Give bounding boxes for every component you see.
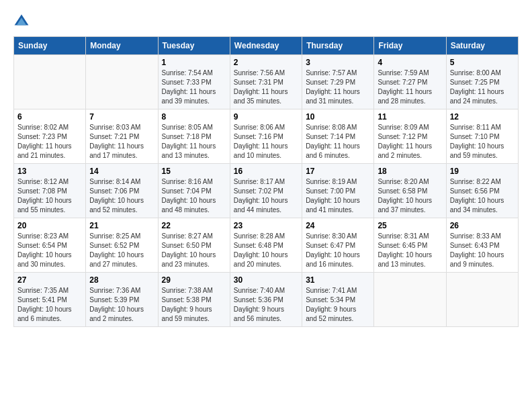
day-number: 27	[17, 275, 82, 285]
day-info: Sunrise: 8:03 AM Sunset: 7:21 PM Dayligh…	[89, 123, 154, 161]
day-info: Sunrise: 8:30 AM Sunset: 6:47 PM Dayligh…	[306, 232, 370, 269]
calendar-cell: 10Sunrise: 8:08 AM Sunset: 7:14 PM Dayli…	[302, 109, 374, 164]
calendar-cell: 14Sunrise: 8:14 AM Sunset: 7:06 PM Dayli…	[86, 164, 158, 218]
day-number: 22	[162, 221, 226, 230]
calendar-week-5: 27Sunrise: 7:35 AM Sunset: 5:41 PM Dayli…	[14, 273, 519, 327]
calendar-cell: 9Sunrise: 8:06 AM Sunset: 7:16 PM Daylig…	[230, 109, 302, 164]
calendar-cell: 31Sunrise: 7:41 AM Sunset: 5:34 PM Dayli…	[302, 273, 374, 327]
day-info: Sunrise: 7:35 AM Sunset: 5:41 PM Dayligh…	[17, 286, 82, 324]
day-number: 19	[450, 167, 515, 176]
calendar-cell: 25Sunrise: 8:31 AM Sunset: 6:45 PM Dayli…	[374, 218, 446, 273]
weekday-header-row: SundayMondayTuesdayWednesdayThursdayFrid…	[14, 37, 519, 55]
calendar-cell: 20Sunrise: 8:23 AM Sunset: 6:54 PM Dayli…	[14, 218, 86, 273]
day-info: Sunrise: 8:25 AM Sunset: 6:52 PM Dayligh…	[89, 232, 154, 269]
day-number: 26	[450, 221, 515, 230]
calendar-cell: 13Sunrise: 8:12 AM Sunset: 7:08 PM Dayli…	[14, 164, 86, 218]
day-info: Sunrise: 8:16 AM Sunset: 7:04 PM Dayligh…	[162, 177, 226, 215]
day-info: Sunrise: 7:59 AM Sunset: 7:27 PM Dayligh…	[378, 68, 442, 106]
weekday-header-tuesday: Tuesday	[158, 37, 230, 55]
logo-icon	[13, 13, 30, 30]
calendar-cell: 21Sunrise: 8:25 AM Sunset: 6:52 PM Dayli…	[86, 218, 158, 273]
day-number: 10	[306, 112, 370, 122]
weekday-header-monday: Monday	[86, 37, 158, 55]
day-number: 5	[450, 58, 515, 67]
page-header	[13, 13, 519, 30]
weekday-header-friday: Friday	[374, 37, 446, 55]
calendar-cell: 1Sunrise: 7:54 AM Sunset: 7:33 PM Daylig…	[158, 55, 230, 109]
day-info: Sunrise: 8:06 AM Sunset: 7:16 PM Dayligh…	[234, 123, 298, 161]
day-number: 12	[450, 112, 515, 122]
calendar-table: SundayMondayTuesdayWednesdayThursdayFrid…	[13, 36, 519, 327]
day-info: Sunrise: 8:17 AM Sunset: 7:02 PM Dayligh…	[234, 177, 298, 215]
day-number: 31	[306, 275, 370, 285]
day-info: Sunrise: 8:12 AM Sunset: 7:08 PM Dayligh…	[17, 177, 82, 215]
calendar-cell: 11Sunrise: 8:09 AM Sunset: 7:12 PM Dayli…	[374, 109, 446, 164]
day-info: Sunrise: 8:19 AM Sunset: 7:00 PM Dayligh…	[306, 177, 370, 215]
day-number: 24	[306, 221, 370, 230]
calendar-cell: 29Sunrise: 7:38 AM Sunset: 5:38 PM Dayli…	[158, 273, 230, 327]
day-number: 17	[306, 167, 370, 176]
calendar-cell: 2Sunrise: 7:56 AM Sunset: 7:31 PM Daylig…	[230, 55, 302, 109]
calendar-header: SundayMondayTuesdayWednesdayThursdayFrid…	[14, 37, 519, 55]
day-number: 9	[234, 112, 298, 122]
day-number: 20	[17, 221, 82, 230]
day-number: 28	[89, 275, 154, 285]
calendar-cell: 24Sunrise: 8:30 AM Sunset: 6:47 PM Dayli…	[302, 218, 374, 273]
day-number: 7	[89, 112, 154, 122]
calendar-cell: 16Sunrise: 8:17 AM Sunset: 7:02 PM Dayli…	[230, 164, 302, 218]
day-info: Sunrise: 8:27 AM Sunset: 6:50 PM Dayligh…	[162, 232, 226, 269]
calendar-cell: 26Sunrise: 8:33 AM Sunset: 6:43 PM Dayli…	[446, 218, 518, 273]
day-number: 4	[378, 58, 442, 67]
calendar-cell	[14, 55, 86, 109]
day-number: 16	[234, 167, 298, 176]
day-number: 15	[162, 167, 226, 176]
calendar-cell: 12Sunrise: 8:11 AM Sunset: 7:10 PM Dayli…	[446, 109, 518, 164]
day-number: 29	[162, 275, 226, 285]
day-info: Sunrise: 7:57 AM Sunset: 7:29 PM Dayligh…	[306, 68, 370, 106]
day-info: Sunrise: 8:33 AM Sunset: 6:43 PM Dayligh…	[450, 232, 515, 269]
calendar-cell: 22Sunrise: 8:27 AM Sunset: 6:50 PM Dayli…	[158, 218, 230, 273]
calendar-cell: 27Sunrise: 7:35 AM Sunset: 5:41 PM Dayli…	[14, 273, 86, 327]
day-info: Sunrise: 8:11 AM Sunset: 7:10 PM Dayligh…	[450, 123, 515, 161]
calendar-body: 1Sunrise: 7:54 AM Sunset: 7:33 PM Daylig…	[14, 55, 519, 327]
day-info: Sunrise: 8:20 AM Sunset: 6:58 PM Dayligh…	[378, 177, 442, 215]
weekday-header-thursday: Thursday	[302, 37, 374, 55]
day-number: 1	[162, 58, 226, 67]
day-number: 14	[89, 167, 154, 176]
day-info: Sunrise: 7:54 AM Sunset: 7:33 PM Dayligh…	[162, 68, 226, 106]
calendar-cell: 3Sunrise: 7:57 AM Sunset: 7:29 PM Daylig…	[302, 55, 374, 109]
calendar-cell: 28Sunrise: 7:36 AM Sunset: 5:39 PM Dayli…	[86, 273, 158, 327]
day-number: 6	[17, 112, 82, 122]
day-info: Sunrise: 8:22 AM Sunset: 6:56 PM Dayligh…	[450, 177, 515, 215]
day-number: 18	[378, 167, 442, 176]
day-number: 3	[306, 58, 370, 67]
calendar-week-2: 6Sunrise: 8:02 AM Sunset: 7:23 PM Daylig…	[14, 109, 519, 164]
calendar-cell: 5Sunrise: 8:00 AM Sunset: 7:25 PM Daylig…	[446, 55, 518, 109]
calendar-cell: 17Sunrise: 8:19 AM Sunset: 7:00 PM Dayli…	[302, 164, 374, 218]
day-info: Sunrise: 7:36 AM Sunset: 5:39 PM Dayligh…	[89, 286, 154, 324]
day-info: Sunrise: 8:28 AM Sunset: 6:48 PM Dayligh…	[234, 232, 298, 269]
calendar-cell: 30Sunrise: 7:40 AM Sunset: 5:36 PM Dayli…	[230, 273, 302, 327]
day-number: 13	[17, 167, 82, 176]
logo	[13, 13, 32, 30]
day-number: 23	[234, 221, 298, 230]
weekday-header-sunday: Sunday	[14, 37, 86, 55]
calendar-cell: 15Sunrise: 8:16 AM Sunset: 7:04 PM Dayli…	[158, 164, 230, 218]
day-info: Sunrise: 7:41 AM Sunset: 5:34 PM Dayligh…	[306, 286, 370, 324]
calendar-cell: 18Sunrise: 8:20 AM Sunset: 6:58 PM Dayli…	[374, 164, 446, 218]
calendar-cell: 8Sunrise: 8:05 AM Sunset: 7:18 PM Daylig…	[158, 109, 230, 164]
day-info: Sunrise: 8:14 AM Sunset: 7:06 PM Dayligh…	[89, 177, 154, 215]
calendar-cell	[374, 273, 446, 327]
day-number: 11	[378, 112, 442, 122]
day-number: 21	[89, 221, 154, 230]
calendar-cell: 7Sunrise: 8:03 AM Sunset: 7:21 PM Daylig…	[86, 109, 158, 164]
calendar-week-1: 1Sunrise: 7:54 AM Sunset: 7:33 PM Daylig…	[14, 55, 519, 109]
calendar-week-4: 20Sunrise: 8:23 AM Sunset: 6:54 PM Dayli…	[14, 218, 519, 273]
day-number: 30	[234, 275, 298, 285]
day-info: Sunrise: 7:38 AM Sunset: 5:38 PM Dayligh…	[162, 286, 226, 324]
day-number: 8	[162, 112, 226, 122]
day-info: Sunrise: 8:31 AM Sunset: 6:45 PM Dayligh…	[378, 232, 442, 269]
day-info: Sunrise: 8:23 AM Sunset: 6:54 PM Dayligh…	[17, 232, 82, 269]
calendar-cell: 19Sunrise: 8:22 AM Sunset: 6:56 PM Dayli…	[446, 164, 518, 218]
calendar-week-3: 13Sunrise: 8:12 AM Sunset: 7:08 PM Dayli…	[14, 164, 519, 218]
